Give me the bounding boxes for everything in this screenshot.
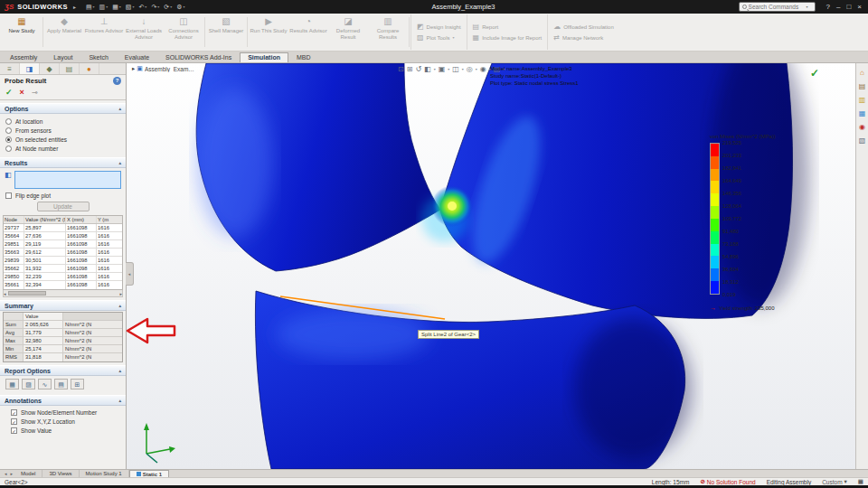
display-style-icon[interactable]: ◫ — [452, 65, 459, 73]
confirmation-corner-ok-icon[interactable]: ✓ — [810, 67, 819, 80]
results-section-header[interactable]: Results▴ — [0, 157, 126, 168]
radio-on-selected-entities[interactable]: On selected entities — [5, 135, 120, 144]
ribbon-button-new-study[interactable]: ▦New Study — [2, 14, 42, 50]
dropdown-arrow-icon[interactable]: ▾ — [93, 5, 95, 9]
checkbox-show-x-y-z-location[interactable]: ✓Show X,Y,Z Location — [5, 417, 120, 426]
tab-sketch[interactable]: Sketch — [80, 52, 116, 62]
dropdown-arrow-icon[interactable]: ▾ — [145, 5, 146, 9]
ribbon-button-run-this-study[interactable]: ▶Run This Study — [249, 14, 288, 50]
rebuild-icon[interactable]: ⟳ — [163, 4, 170, 11]
graphics-area[interactable]: ▸ ▣ Assembly_Example3 ⊡⊞↺◧▾▣▾◫▾◎▾◉▾▤▾ Mo… — [127, 63, 855, 469]
dimxpertmanager-tab[interactable]: ▤ — [60, 63, 80, 74]
close-button[interactable]: × — [857, 0, 862, 14]
table-row[interactable]: 3566132,39416610981616 — [4, 281, 122, 289]
search-input[interactable] — [749, 4, 805, 10]
minimize-button[interactable]: – — [836, 0, 840, 14]
section-view-icon[interactable]: ◧ — [424, 65, 431, 73]
ribbon-button-design-insight[interactable]: ◩Design Insight — [417, 23, 461, 31]
status-grid-icon[interactable]: ▦ — [858, 478, 863, 485]
tab-assembly[interactable]: Assembly — [2, 52, 45, 62]
probe-results-table[interactable]: NodeValue (N/mm^2 (MPa))X (mm)Y (m297372… — [3, 215, 123, 290]
tab-model[interactable]: Model — [14, 470, 42, 477]
panel-splitter-handle[interactable]: ◂ — [126, 262, 134, 286]
tab-mbd[interactable]: MBD — [288, 52, 319, 62]
edit-appearance-icon[interactable]: ◉ — [480, 65, 486, 73]
ribbon-button-offloaded-simulation[interactable]: ☁Offloaded Simulation — [553, 23, 614, 31]
tab-motion-study-1[interactable]: Motion Study 1 — [80, 470, 129, 477]
menu-expand-arrow-icon[interactable]: ▸ — [73, 4, 76, 10]
ribbon-button-shell-manager[interactable]: ▧Shell Manager — [206, 14, 246, 50]
update-button[interactable]: Update — [37, 202, 90, 211]
search-commands-box[interactable]: ▾ — [739, 2, 816, 12]
undo-icon[interactable]: ↶ — [137, 4, 145, 11]
dropdown-arrow-icon[interactable]: ▾ — [157, 5, 159, 9]
zoom-area-icon[interactable]: ⊞ — [407, 65, 413, 73]
new-icon[interactable]: ▤ — [85, 4, 93, 11]
dropdown-arrow-icon[interactable]: ▾ — [183, 5, 184, 9]
flip-edge-plot-checkbox[interactable]: Flip edge plot — [0, 191, 126, 200]
table-row[interactable]: 2983930,50116610981616 — [4, 257, 122, 265]
ok-button[interactable]: ✓ — [5, 88, 13, 97]
redo-icon[interactable]: ↷ — [150, 4, 157, 11]
table-row[interactable]: 2973725,89716610981616 — [4, 224, 122, 232]
dropdown-arrow-icon[interactable]: ▾ — [448, 67, 449, 71]
ribbon-button-apply-material[interactable]: ◆Apply Material — [44, 14, 84, 50]
units-dropdown[interactable]: Custom ▾ — [822, 478, 847, 485]
ribbon-button-compare-results[interactable]: ▥Compare Results — [368, 14, 408, 50]
dropdown-arrow-icon[interactable]: ▾ — [132, 5, 134, 9]
table-row[interactable]: 2985032,23916610981616 — [4, 273, 122, 281]
response-graph-icon[interactable]: ∿ — [38, 379, 52, 389]
dropdown-arrow-icon[interactable]: ▾ — [462, 67, 464, 71]
help-button[interactable]: ? — [826, 0, 830, 14]
annotations-section-header[interactable]: Annotations▴ — [0, 395, 126, 406]
checkbox-show-node-element-number[interactable]: ✓Show Node/Element Number — [5, 408, 120, 417]
configurationmanager-tab[interactable]: ◆ — [40, 63, 60, 74]
dropdown-arrow-icon[interactable]: ▾ — [106, 5, 108, 9]
home-icon[interactable]: ⌂ — [860, 69, 864, 77]
hide-show-icon[interactable]: ◎ — [467, 65, 473, 73]
search-dropdown-arrow-icon[interactable]: ▾ — [807, 5, 808, 9]
options-icon[interactable]: ⚙ — [175, 4, 183, 11]
scrollbar-thumb[interactable] — [8, 291, 46, 296]
table-horizontal-scrollbar[interactable]: ◂ ▸ — [3, 290, 123, 297]
ribbon-button-fixtures-advisor[interactable]: ⊥Fixtures Advisor — [84, 14, 124, 50]
appearances-icon[interactable]: ◉ — [859, 123, 865, 131]
custom-properties-icon[interactable]: ▧ — [859, 136, 866, 145]
ribbon-button-results-advisor[interactable]: ◔Results Advisor — [288, 14, 328, 50]
include-plot-icon[interactable]: ▦ — [5, 379, 19, 389]
zoom-fit-icon[interactable]: ⊡ — [398, 65, 404, 73]
radio-at-node-number[interactable]: At Node number — [5, 144, 120, 153]
displaymanager-tab[interactable]: ● — [80, 63, 99, 74]
ribbon-button-deformed-result[interactable]: ◪Deformed Result — [328, 14, 368, 50]
help-icon[interactable]: ? — [113, 77, 121, 85]
radio-at-location[interactable]: At location — [5, 117, 120, 126]
dropdown-arrow-icon[interactable]: ▾ — [476, 67, 477, 71]
file-explorer-icon[interactable]: ▥ — [859, 96, 866, 104]
print-icon[interactable]: ▧ — [125, 4, 133, 11]
propertymanager-tab[interactable]: ◨ — [20, 63, 40, 74]
summary-section-header[interactable]: Summary▴ — [0, 300, 126, 311]
table-row[interactable]: 2985129,11916610981616 — [4, 240, 122, 249]
design-library-icon[interactable]: ▤ — [859, 82, 866, 90]
capture-icon[interactable]: ⊞ — [71, 379, 84, 389]
tab-solidworks-add-ins[interactable]: SOLIDWORKS Add-Ins — [157, 52, 240, 62]
dropdown-arrow-icon[interactable]: ▾ — [434, 67, 436, 71]
checkbox-show-value[interactable]: ✓Show Value — [5, 426, 120, 435]
pin-button[interactable]: ⊸ — [32, 89, 38, 97]
options-section-header[interactable]: Options▴ — [0, 103, 126, 114]
table-row[interactable]: 3566427,63616610981616 — [4, 232, 122, 240]
maximize-button[interactable]: □ — [846, 0, 851, 14]
dropdown-arrow-icon[interactable]: ▾ — [119, 5, 121, 9]
list-selected-icon[interactable]: ▤ — [54, 379, 68, 389]
scroll-right-icon[interactable]: ▸ — [119, 291, 122, 296]
table-row[interactable]: 3566231,93216610981616 — [4, 265, 122, 273]
tab-simulation[interactable]: Simulation — [240, 52, 288, 62]
save-plot-icon[interactable]: ▨ — [22, 379, 35, 389]
report-options-section-header[interactable]: Report Options▴ — [0, 365, 126, 376]
view-orientation-icon[interactable]: ▣ — [439, 65, 446, 73]
previous-view-icon[interactable]: ↺ — [415, 65, 421, 73]
save-icon[interactable]: ▦ — [111, 4, 119, 11]
ribbon-button-connections-advisor[interactable]: ◫Connections Advisor — [164, 14, 203, 50]
open-icon[interactable]: ▥ — [99, 4, 107, 11]
scroll-left-icon[interactable]: ◂ — [4, 291, 6, 296]
